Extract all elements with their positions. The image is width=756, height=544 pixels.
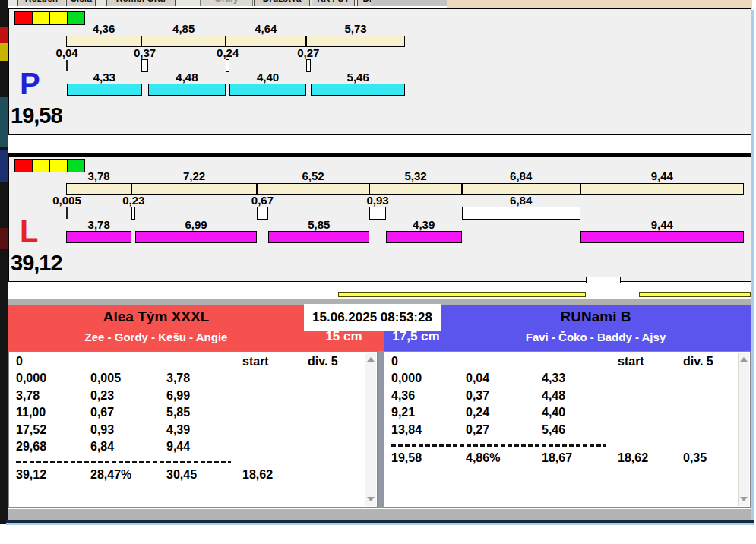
run-label: 4,39	[386, 218, 462, 231]
window-right-edge	[751, 10, 754, 523]
yellow-progress-bar-2	[639, 292, 751, 297]
list-cell: 6,99	[166, 389, 190, 403]
list-cell: 0,93	[90, 423, 114, 437]
left-team-splits-list[interactable]: 0startdiv. 50,0000,0053,783,780,236,9911…	[8, 351, 378, 508]
totals-cell: 30,45	[166, 468, 197, 482]
tab-rozb-h[interactable]: Rozběh	[17, 0, 65, 6]
list-cell: 4,48	[542, 389, 565, 403]
totals-cell: 19,58	[391, 451, 422, 465]
change-label: 0,04	[40, 46, 93, 59]
split-segment	[66, 183, 131, 195]
totals-cell: 18,62	[618, 451, 648, 465]
list-cell: 0,37	[466, 389, 489, 403]
change-label: 0,24	[201, 46, 255, 59]
change-tick	[66, 207, 68, 219]
run-label: 4,33	[67, 71, 142, 84]
run-bar	[386, 231, 462, 243]
scroll-up-button[interactable]	[740, 357, 748, 362]
run-bar	[268, 231, 369, 243]
scrollbar[interactable]	[365, 353, 376, 506]
list-cell: 0,23	[90, 389, 114, 403]
list-cell: 4,40	[542, 406, 565, 419]
list-cell: 4,36	[391, 389, 415, 403]
split-segment	[131, 183, 257, 195]
scroll-down-button[interactable]	[367, 497, 375, 501]
right-team-dogs: Favi - Čoko - Baddy - Ajsy	[441, 331, 751, 343]
tab-kombi-graf[interactable]: Kombi Graf	[106, 0, 176, 6]
list-header-cell: start	[618, 355, 644, 368]
scroll-down-button[interactable]	[740, 497, 748, 501]
change-box	[141, 59, 147, 72]
totals-separator	[16, 461, 231, 463]
list-cell: 0,27	[466, 423, 489, 437]
status-light	[49, 159, 68, 172]
split-segment	[141, 36, 226, 47]
run-label: 5,85	[268, 218, 369, 231]
tab-kk-st[interactable]: KK / ST	[312, 0, 355, 6]
change-box	[369, 207, 385, 220]
background-window-strip	[0, 0, 8, 524]
flyball-timing-app: RozběhČíslaKombi GrafGrafyDružstvaKK / S…	[0, 0, 756, 544]
change-label: 0,93	[351, 194, 404, 207]
change-label: 0,67	[236, 194, 289, 207]
scrollbar[interactable]	[738, 353, 749, 506]
status-light	[14, 11, 33, 25]
yellow-progress-bar-1	[338, 292, 586, 297]
list-cell: 3,78	[166, 372, 190, 385]
left-team-dogs: Zee - Gordy - Kešu - Angie	[8, 331, 304, 343]
run-bar	[66, 231, 131, 243]
run-label: 4,40	[229, 71, 305, 84]
right-team-splits-list[interactable]: 0startdiv. 50,0000,044,334,360,374,489,2…	[384, 351, 751, 508]
change-label: 0,37	[119, 46, 172, 59]
status-light	[14, 159, 33, 172]
totals-cell: 18,62	[242, 468, 273, 482]
section-divider	[8, 281, 751, 282]
list-cell: 0,67	[90, 406, 114, 419]
tab-grafy[interactable]: Grafy	[200, 0, 253, 6]
split-label: 5,32	[369, 169, 461, 182]
run-bar	[311, 84, 405, 96]
run-bar	[67, 84, 142, 96]
split-label: 4,64	[226, 22, 306, 35]
list-cell: 13,84	[391, 423, 422, 437]
lane-total: 39,12	[11, 251, 62, 276]
splitter-handle[interactable]	[586, 277, 621, 283]
totals-cell: 28,47%	[90, 468, 131, 482]
status-bar	[8, 509, 751, 520]
window-bottom-glow	[6, 523, 754, 525]
list-cell: 6,84	[90, 440, 114, 454]
split-segment	[369, 183, 461, 195]
status-light	[32, 11, 50, 25]
run-bar	[148, 84, 226, 96]
list-header-cell: 0	[391, 355, 398, 368]
run-label: 6,99	[135, 218, 256, 231]
list-cell: 9,21	[391, 406, 415, 419]
tab-dru-stva[interactable]: Družstva	[254, 0, 310, 6]
list-cell: 0,04	[466, 372, 489, 385]
change-label: 0,27	[282, 46, 335, 59]
lane-panel-p: 4,360,044,334,850,374,484,640,244,405,73…	[8, 8, 751, 134]
change-label: 6,84	[495, 194, 548, 207]
split-segment	[257, 183, 370, 195]
list-header-cell: div. 5	[308, 355, 338, 368]
change-label: 0,005	[40, 194, 93, 207]
list-header-cell: start	[242, 355, 269, 368]
left-team-height: 15 cm	[304, 329, 384, 344]
totals-cell: 0,35	[683, 451, 707, 465]
run-bar	[580, 231, 744, 243]
lane-total: 19,58	[11, 103, 62, 128]
lane-panel-l: 3,780,0053,787,220,236,996,520,675,855,3…	[8, 153, 751, 281]
status-light	[49, 11, 68, 25]
list-cell: 0,005	[90, 372, 121, 385]
list-header-cell: 0	[16, 355, 23, 368]
list-cell: 29,68	[16, 440, 46, 454]
status-light	[32, 159, 50, 172]
tab--sla[interactable]: Čísla	[66, 0, 96, 6]
split-label: 7,22	[131, 169, 257, 182]
change-tick	[66, 60, 68, 71]
list-cell: 9,44	[166, 440, 190, 454]
scroll-up-button[interactable]	[367, 357, 375, 362]
list-cell: 4,33	[542, 372, 565, 385]
totals-cell: 18,67	[542, 451, 572, 465]
split-label: 4,85	[141, 22, 226, 35]
